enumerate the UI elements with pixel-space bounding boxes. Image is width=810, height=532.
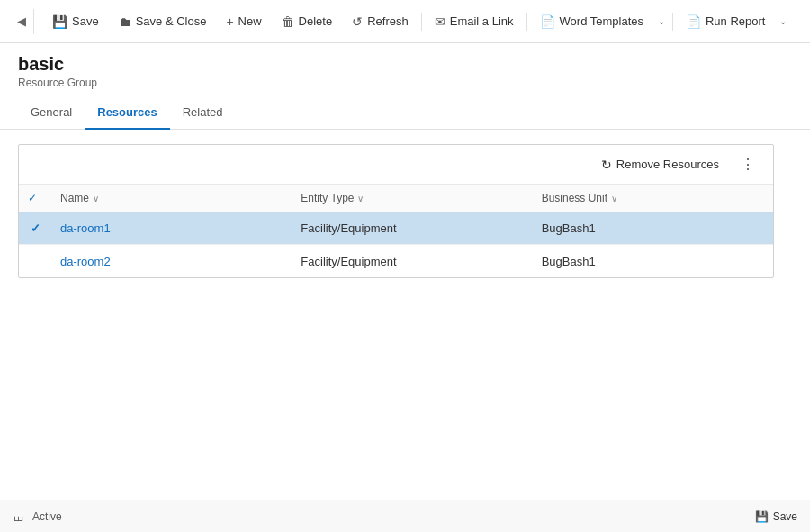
email-link-button[interactable]: ✉ Email a Link <box>426 10 523 33</box>
table-row[interactable]: da-room2 Facility/Equipment BugBash1 <box>19 245 773 277</box>
word-templates-button[interactable]: 📄 Word Templates <box>531 10 652 33</box>
status-label: Active <box>32 510 62 523</box>
save-close-button[interactable]: 🖿 Save & Close <box>110 10 216 33</box>
email-icon: ✉ <box>435 14 446 29</box>
grid-toolbar: ↻ Remove Resources ⋮ <box>19 145 773 185</box>
main-content: ↻ Remove Resources ⋮ ✓ Name ∨ Entity Typ… <box>0 130 810 500</box>
tabs: General Resources Related <box>0 96 810 130</box>
refresh-button[interactable]: ↺ Refresh <box>343 10 418 33</box>
status-save-label: Save <box>773 510 797 523</box>
resources-grid: ↻ Remove Resources ⋮ ✓ Name ∨ Entity Typ… <box>18 144 774 278</box>
email-link-label: Email a Link <box>450 14 514 28</box>
page-subtitle: Resource Group <box>18 77 792 89</box>
entity-type-sort-icon: ∨ <box>357 194 364 203</box>
column-entity-type-label: Entity Type <box>301 192 354 204</box>
back-icon: ◀ <box>17 14 26 28</box>
delete-button[interactable]: 🗑 Delete <box>273 10 342 33</box>
status-bar: ⧢ Active 💾 Save <box>0 500 810 532</box>
save-label: Save <box>72 14 99 28</box>
column-business-unit-label: Business Unit <box>542 192 608 204</box>
word-templates-icon: 📄 <box>540 14 555 29</box>
tab-general[interactable]: General <box>18 96 85 130</box>
page-header: basic Resource Group <box>0 43 810 89</box>
chevron-down-icon-2: ⌄ <box>779 16 787 26</box>
status-save-button[interactable]: 💾 Save <box>755 510 797 523</box>
delete-label: Delete <box>299 14 333 28</box>
status-right: 💾 Save <box>755 510 797 523</box>
row-2-entity-type: Facility/Equipment <box>292 248 532 275</box>
grid-header: ✓ Name ∨ Entity Type ∨ Business Unit ∨ <box>19 185 773 212</box>
delete-icon: 🗑 <box>282 14 294 29</box>
row-2-business-unit: BugBash1 <box>533 248 773 275</box>
save-close-label: Save & Close <box>136 14 207 28</box>
status-left: ⧢ Active <box>13 509 62 524</box>
refresh-icon: ↺ <box>352 14 363 29</box>
business-unit-sort-icon: ∨ <box>611 194 617 203</box>
toolbar: ◀ 💾 Save 🖿 Save & Close + New 🗑 Delete ↺… <box>0 0 810 43</box>
new-icon: + <box>226 14 233 29</box>
more-options-button[interactable]: ⋮ <box>734 152 762 176</box>
save-close-icon: 🖿 <box>119 14 131 29</box>
run-report-chevron[interactable]: ⌄ <box>774 12 790 31</box>
word-templates-chevron[interactable]: ⌄ <box>652 12 669 31</box>
run-report-icon: 📄 <box>686 14 701 29</box>
new-label: New <box>238 14 262 28</box>
new-button[interactable]: + New <box>217 10 270 33</box>
word-templates-group: 📄 Word Templates ⌄ <box>531 10 669 33</box>
toolbar-divider <box>421 13 422 31</box>
run-report-button[interactable]: 📄 Run Report <box>677 10 774 33</box>
toolbar-divider-2 <box>526 13 527 31</box>
header-entity-type[interactable]: Entity Type ∨ <box>292 185 532 212</box>
row-1-business-unit: BugBash1 <box>533 214 773 242</box>
save-icon: 💾 <box>52 14 68 29</box>
row-1-name[interactable]: da-room1 <box>51 214 292 242</box>
more-options-icon: ⋮ <box>741 157 755 172</box>
tab-resources[interactable]: Resources <box>85 96 169 130</box>
table-row[interactable]: ✓ da-room1 Facility/Equipment BugBash1 <box>19 212 773 245</box>
save-button[interactable]: 💾 Save <box>43 10 108 33</box>
status-save-icon: 💾 <box>755 510 769 523</box>
run-report-label: Run Report <box>706 14 765 28</box>
row-1-entity-type: Facility/Equipment <box>292 214 532 242</box>
page-title: basic <box>18 54 792 75</box>
row-1-check: ✓ <box>19 214 51 242</box>
remove-resources-label: Remove Resources <box>616 158 719 171</box>
refresh-label: Refresh <box>367 14 409 28</box>
name-sort-icon: ∨ <box>93 194 99 203</box>
tab-related[interactable]: Related <box>170 96 236 130</box>
run-report-group: 📄 Run Report ⌄ <box>677 10 790 33</box>
check-icon: ✓ <box>28 192 37 204</box>
word-templates-label: Word Templates <box>560 14 644 28</box>
back-button[interactable]: ◀ <box>9 9 34 34</box>
remove-resources-button[interactable]: ↻ Remove Resources <box>594 154 726 176</box>
header-check[interactable]: ✓ <box>19 185 51 212</box>
chevron-down-icon: ⌄ <box>658 16 665 26</box>
row-2-check <box>19 254 51 268</box>
column-name-label: Name <box>60 192 89 204</box>
header-business-unit[interactable]: Business Unit ∨ <box>533 185 773 212</box>
expand-icon: ⧢ <box>13 509 25 524</box>
toolbar-divider-3 <box>672 13 673 31</box>
row-2-name[interactable]: da-room2 <box>51 248 292 275</box>
header-name[interactable]: Name ∨ <box>51 185 292 212</box>
remove-resources-icon: ↻ <box>601 158 612 172</box>
